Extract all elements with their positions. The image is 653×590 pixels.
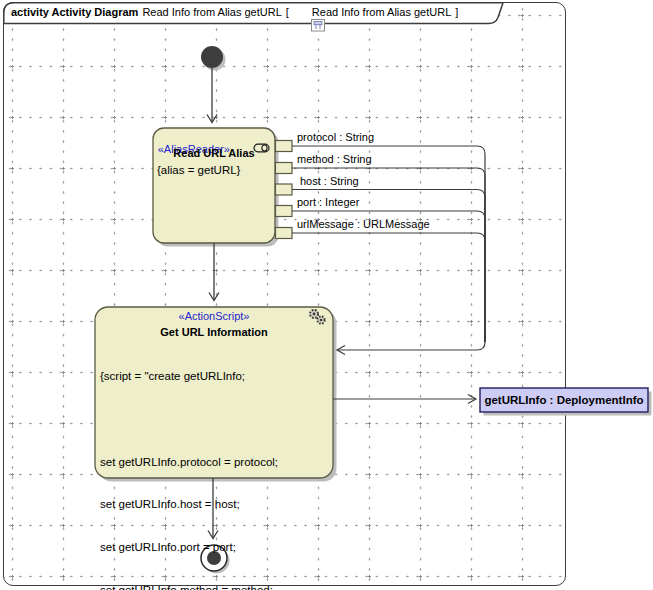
- frame-diagram-name: Read Info from Alias getURL: [142, 6, 281, 19]
- initial-node[interactable]: [201, 46, 223, 68]
- pin-label-port[interactable]: port : Integer: [297, 196, 359, 209]
- frame-open-bracket: [: [286, 6, 289, 19]
- pin-method[interactable]: [276, 163, 293, 174]
- activity-parameter-label[interactable]: getURLInfo : DeploymentInfo: [480, 388, 648, 412]
- pin-label-urlmessage[interactable]: urlMessage : URLMessage: [297, 218, 430, 231]
- diagram-canvas: activity Activity Diagram Read Info from…: [0, 0, 653, 590]
- script-line: set getURLInfo.method = method;: [100, 584, 330, 590]
- pin-port[interactable]: [276, 206, 293, 217]
- frame-close-bracket: ]: [455, 6, 458, 19]
- pin-label-method[interactable]: method : String: [297, 153, 372, 166]
- script-line: set getURLInfo.port = port;: [100, 541, 330, 558]
- frame-title: activity Activity Diagram Read Info from…: [11, 6, 458, 19]
- script-line: set getURLInfo.host = host;: [100, 498, 330, 515]
- script-line: set getURLInfo.protocol = protocol;: [100, 456, 330, 473]
- pin-host[interactable]: [276, 184, 293, 195]
- read-url-alias-body: {alias = getURL}: [157, 164, 240, 177]
- pin-urlmessage[interactable]: [276, 228, 293, 239]
- frame-keyword: activity Activity Diagram: [11, 6, 138, 19]
- script-line: [100, 413, 330, 430]
- pin-protocol[interactable]: [276, 141, 293, 152]
- control-flow-initial-to-read[interactable]: [207, 68, 217, 123]
- control-flow-read-to-get[interactable]: [209, 243, 219, 301]
- frame-context-name: Read Info from Alias getURL: [312, 6, 451, 19]
- activity-diagram-icon: [293, 6, 308, 19]
- get-url-information-script: {script = "create getURLInfo; set getURL…: [100, 344, 330, 590]
- object-flow-to-parameter[interactable]: [333, 395, 476, 404]
- pin-label-protocol[interactable]: protocol : String: [297, 131, 374, 144]
- get-url-information-name: Get URL Information: [95, 326, 333, 339]
- script-line: {script = "create getURLInfo;: [100, 370, 330, 387]
- read-url-alias-name: Read URL Alias: [153, 147, 275, 160]
- pin-label-host[interactable]: host : String: [300, 175, 359, 188]
- get-url-information-stereotype: «ActionScript»: [95, 310, 333, 323]
